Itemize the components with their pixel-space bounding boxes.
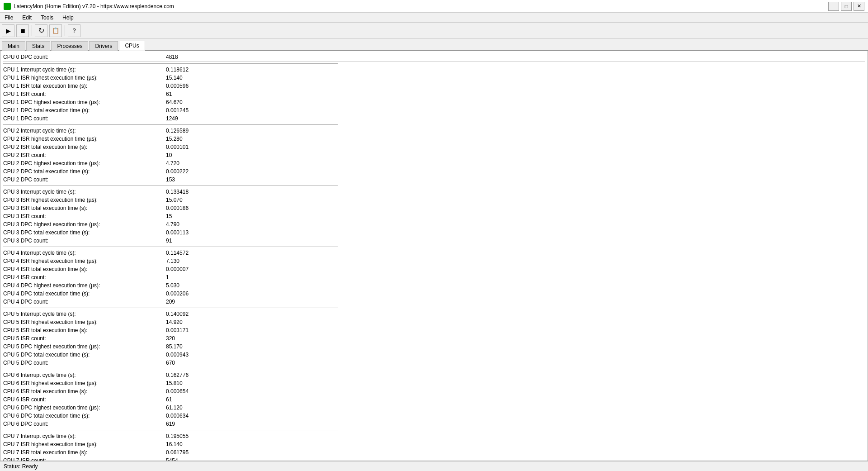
cpu3-row-2-value: 0.000186 [166,204,865,212]
cpu1-row-3-value: 61 [166,90,865,98]
tab-main[interactable]: Main [2,41,25,51]
cpu3-divider [3,186,338,186]
cpu2-row-1-label: CPU 2 ISR highest execution time (µs): [3,135,166,143]
cpu5-row-0-value: 0.140092 [166,310,865,318]
cpu5-row-6: CPU 5 DPC count:670 [3,359,865,367]
cpu3-row-1-label: CPU 3 ISR highest execution time (µs): [3,196,166,204]
toolbar-help-button[interactable]: ? [68,24,80,37]
maximize-button[interactable]: □ [841,2,852,11]
cpu0-value: 4818 [166,54,865,60]
cpu4-row-3: CPU 4 ISR count:1 [3,273,865,281]
tab-drivers[interactable]: Drivers [89,41,118,51]
cpu1-row-6-value: 1249 [166,114,865,123]
cpu5-block: CPU 5 Interrupt cycle time (s):0.140092C… [3,308,865,367]
menu-help[interactable]: Help [60,14,76,21]
cpu4-row-4-value: 5.030 [166,281,865,290]
cpu4-row-2: CPU 4 ISR total execution time (s):0.000… [3,265,865,273]
toolbar-copy-button[interactable]: 📋 [49,24,62,37]
cpu1-row-5: CPU 1 DPC total execution time (s):0.001… [3,106,865,114]
cpu4-row-1-label: CPU 4 ISR highest execution time (µs): [3,257,166,265]
cpu4-divider [3,247,338,247]
cpu6-block: CPU 6 Interrupt cycle time (s):0.162776C… [3,369,865,428]
cpu4-row-1: CPU 4 ISR highest execution time (µs):7.… [3,257,865,265]
cpu5-row-1-value: 14.920 [166,318,865,326]
cpu5-row-4-label: CPU 5 DPC highest execution time (µs): [3,343,166,351]
cpu5-row-4: CPU 5 DPC highest execution time (µs):85… [3,343,865,351]
status-bar: Status: Ready [0,461,868,471]
cpu4-row-6: CPU 4 DPC count:209 [3,298,865,306]
tab-cpus[interactable]: CPUs [119,41,145,51]
toolbar-play-button[interactable]: ▶ [2,24,14,37]
cpu4-row-4-label: CPU 4 DPC highest execution time (µs): [3,281,166,290]
data-scroll[interactable]: CPU 0 DPC count: 4818 CPU 1 Interrupt cy… [0,51,868,461]
cpu1-row-6-label: CPU 1 DPC count: [3,114,166,123]
cpu2-row-6: CPU 2 DPC count:153 [3,176,865,184]
cpu6-row-2-value: 0.000654 [166,387,865,395]
app-icon [4,3,11,10]
cpu1-row-2: CPU 1 ISR total execution time (s):0.000… [3,82,865,90]
cpu2-row-4-label: CPU 2 DPC highest execution time (µs): [3,159,166,167]
menu-bar: File Edit Tools Help [0,13,868,23]
cpu6-row-5-value: 0.000634 [166,412,865,420]
cpu1-row-1-value: 15.140 [166,74,865,82]
toolbar-stop-button[interactable]: ⏹ [16,24,29,37]
toolbar-refresh-button[interactable]: ↻ [35,24,47,37]
cpu3-row-0-value: 0.133418 [166,188,865,196]
cpu6-row-6-value: 619 [166,420,865,428]
cpu7-row-2: CPU 7 ISR total execution time (s):0.061… [3,448,865,457]
cpu5-row-6-value: 670 [166,359,865,367]
cpu4-row-0-label: CPU 4 Interrupt cycle time (s): [3,249,166,257]
menu-tools[interactable]: Tools [38,14,56,21]
cpu2-divider [3,124,338,125]
cpu5-divider [3,308,338,308]
cpu6-row-0-label: CPU 6 Interrupt cycle time (s): [3,371,166,379]
cpu6-row-5: CPU 6 DPC total execution time (s):0.000… [3,412,865,420]
cpu5-row-3-value: 320 [166,334,865,343]
cpu3-row-4-label: CPU 3 DPC highest execution time (µs): [3,220,166,228]
cpu5-row-0-label: CPU 5 Interrupt cycle time (s): [3,310,166,318]
cpu3-block: CPU 3 Interrupt cycle time (s):0.133418C… [3,186,865,245]
cpu7-row-0-label: CPU 7 Interrupt cycle time (s): [3,432,166,440]
cpu6-row-1: CPU 6 ISR highest execution time (µs):15… [3,379,865,387]
cpu4-row-3-value: 1 [166,273,865,281]
cpu4-row-1-value: 7.130 [166,257,865,265]
tab-processes[interactable]: Processes [51,41,88,51]
cpu3-row-3-label: CPU 3 ISR count: [3,212,166,220]
toolbar-separator-1 [32,25,32,36]
menu-edit[interactable]: Edit [19,14,34,21]
cpu1-row-5-label: CPU 1 DPC total execution time (s): [3,106,166,114]
cpu3-row-2: CPU 3 ISR total execution time (s):0.000… [3,204,865,212]
cpu5-row-5: CPU 5 DPC total execution time (s):0.000… [3,351,865,359]
cpu6-row-1-label: CPU 6 ISR highest execution time (µs): [3,379,166,387]
minimize-button[interactable]: — [828,2,839,11]
cpu4-row-5: CPU 4 DPC total execution time (s):0.000… [3,290,865,298]
close-button[interactable]: ✕ [854,2,864,11]
cpu5-row-5-value: 0.000943 [166,351,865,359]
title-bar-left: LatencyMon (Home Edition) v7.20 - https:… [4,3,174,10]
cpu2-row-0-value: 0.126589 [166,127,865,135]
cpu1-row-2-value: 0.000596 [166,82,865,90]
toolbar: ▶ ⏹ ↻ 📋 ? [0,23,868,39]
cpu2-row-6-label: CPU 2 DPC count: [3,176,166,184]
cpu6-row-4-value: 61.120 [166,404,865,412]
cpu3-row-5-value: 0.000113 [166,228,865,237]
tab-stats[interactable]: Stats [26,41,50,51]
cpu3-row-3-value: 15 [166,212,865,220]
cpu-blocks-container: CPU 1 Interrupt cycle time (s):0.118612C… [3,63,865,461]
menu-file[interactable]: File [2,14,16,21]
cpu5-row-3-label: CPU 5 ISR count: [3,334,166,343]
cpu5-row-2-value: 0.003171 [166,326,865,334]
cpu1-row-0: CPU 1 Interrupt cycle time (s):0.118612 [3,66,865,74]
cpu6-divider [3,369,338,369]
cpu6-row-3-value: 61 [166,395,865,404]
cpu2-row-5-label: CPU 2 DPC total execution time (s): [3,167,166,176]
cpu2-row-1: CPU 2 ISR highest execution time (µs):15… [3,135,865,143]
cpu3-row-3: CPU 3 ISR count:15 [3,212,865,220]
cpu3-row-6-label: CPU 3 DPC count: [3,237,166,245]
cpu6-row-2: CPU 6 ISR total execution time (s):0.000… [3,387,865,395]
cpu1-row-3-label: CPU 1 ISR count: [3,90,166,98]
cpu2-row-6-value: 153 [166,176,865,184]
cpu4-row-3-label: CPU 4 ISR count: [3,273,166,281]
cpu2-row-3: CPU 2 ISR count:10 [3,151,865,159]
cpu2-row-0-label: CPU 2 Interrupt cycle time (s): [3,127,166,135]
